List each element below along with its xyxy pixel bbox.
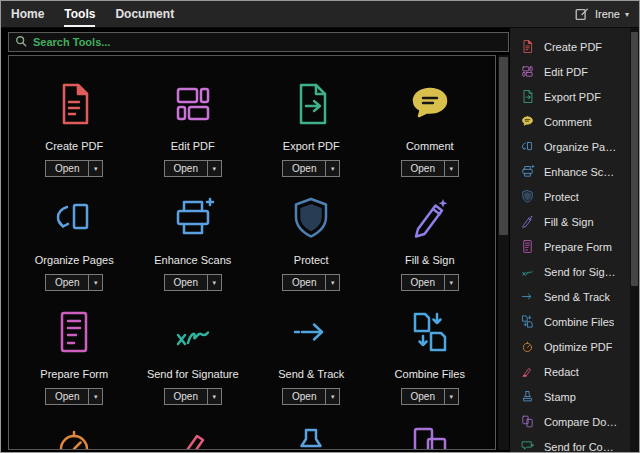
open-button-export-pdf[interactable]: Open ▾ — [282, 160, 340, 177]
open-dropdown-caret[interactable]: ▾ — [88, 161, 102, 176]
open-dropdown-caret[interactable]: ▾ — [88, 275, 102, 290]
optimize-pdf-icon — [50, 422, 98, 450]
open-button-fill-sign[interactable]: Open ▾ — [401, 274, 459, 291]
sidebar-item-compare-docum[interactable]: Compare Docum... — [510, 409, 630, 434]
open-dropdown-caret[interactable]: ▾ — [444, 275, 458, 290]
sidebar-item-fill-sign[interactable]: Fill & Sign — [510, 209, 630, 234]
open-button-enhance-scans[interactable]: Open ▾ — [164, 274, 222, 291]
compare-documents-icon — [520, 414, 535, 429]
combine-files-icon — [520, 314, 535, 329]
tool-tile-label: Export PDF — [283, 140, 340, 152]
open-dropdown-caret[interactable]: ▾ — [88, 389, 102, 404]
open-button-send-for-signature[interactable]: Open ▾ — [164, 388, 222, 405]
sidebar-item-label: Comment — [544, 116, 592, 128]
sidebar-item-enhance-scans[interactable]: Enhance Scans — [510, 159, 630, 184]
tab-document[interactable]: Document — [115, 1, 174, 27]
open-dropdown-caret[interactable]: ▾ — [207, 275, 221, 290]
combine-files-icon — [406, 308, 454, 356]
sidebar-item-label: Edit PDF — [544, 66, 588, 78]
redact-icon — [520, 364, 535, 379]
sidebar-item-prepare-form[interactable]: Prepare Form — [510, 234, 630, 259]
send-track-icon — [520, 289, 535, 304]
tool-tile-send-track: Send & Track Open ▾ — [254, 308, 369, 405]
open-button-label: Open — [165, 389, 207, 404]
sidebar-item-stamp[interactable]: Stamp — [510, 384, 630, 409]
sidebar-item-protect[interactable]: Protect — [510, 184, 630, 209]
open-button-organize-pages[interactable]: Open ▾ — [45, 274, 103, 291]
sidebar-item-label: Enhance Scans — [544, 166, 620, 178]
prepare-form-icon — [520, 239, 535, 254]
open-button-label: Open — [283, 161, 325, 176]
open-dropdown-caret[interactable]: ▾ — [207, 389, 221, 404]
search-input[interactable] — [33, 36, 502, 48]
sidebar-item-label: Create PDF — [544, 41, 602, 53]
sidebar-item-create-pdf[interactable]: Create PDF — [510, 34, 630, 59]
open-button-create-pdf[interactable]: Open ▾ — [45, 160, 103, 177]
open-dropdown-caret[interactable]: ▾ — [444, 389, 458, 404]
open-button-label: Open — [46, 161, 88, 176]
sidebar-item-label: Fill & Sign — [544, 216, 594, 228]
sidebar-item-edit-pdf[interactable]: Edit PDF — [510, 59, 630, 84]
open-button-protect[interactable]: Open ▾ — [282, 274, 340, 291]
export-pdf-icon — [287, 80, 335, 128]
sidebar-list: Create PDF Edit PDF Export PDF Comment O… — [510, 34, 630, 452]
open-dropdown-caret[interactable]: ▾ — [325, 389, 339, 404]
sidebar-item-label: Optimize PDF — [544, 341, 612, 353]
sidebar-item-label: Redact — [544, 366, 579, 378]
open-button-label: Open — [46, 389, 88, 404]
open-button-send-track[interactable]: Open ▾ — [282, 388, 340, 405]
organize-pages-icon — [520, 139, 535, 154]
sidebar-item-export-pdf[interactable]: Export PDF — [510, 84, 630, 109]
sidebar-item-combine-files[interactable]: Combine Files — [510, 309, 630, 334]
sidebar-item-label: Combine Files — [544, 316, 614, 328]
open-button-edit-pdf[interactable]: Open ▾ — [164, 160, 222, 177]
sidebar-item-organize-pages[interactable]: Organize Pages — [510, 134, 630, 159]
sidebar-item-redact[interactable]: Redact — [510, 359, 630, 384]
tool-tile-organize-pages: Organize Pages Open ▾ — [17, 194, 132, 291]
open-button-comment[interactable]: Open ▾ — [401, 160, 459, 177]
export-pdf-icon — [520, 89, 535, 104]
open-dropdown-caret[interactable]: ▾ — [325, 161, 339, 176]
tool-tile-edit-pdf: Edit PDF Open ▾ — [136, 80, 251, 177]
open-dropdown-caret[interactable]: ▾ — [207, 161, 221, 176]
open-dropdown-caret[interactable]: ▾ — [444, 161, 458, 176]
open-button-prepare-form[interactable]: Open ▾ — [45, 388, 103, 405]
sidebar-item-label: Send for Signature — [544, 266, 620, 278]
top-tab-bar: Home Tools Document Irene ▾ — [1, 1, 639, 28]
open-button-label: Open — [165, 275, 207, 290]
protect-icon — [520, 189, 535, 204]
tool-tile-label: Combine Files — [395, 368, 465, 380]
sidebar-item-optimize-pdf[interactable]: Optimize PDF — [510, 334, 630, 359]
user-menu[interactable]: Irene ▾ — [574, 6, 629, 22]
sidebar-item-label: Send & Track — [544, 291, 610, 303]
tool-tile-create-pdf: Create PDF Open ▾ — [17, 80, 132, 177]
sidebar-item-label: Compare Docum... — [544, 416, 620, 428]
protect-icon — [287, 194, 335, 242]
sidebar-item-send-for-signature[interactable]: Send for Signature — [510, 259, 630, 284]
sidebar-item-label: Prepare Form — [544, 241, 612, 253]
sidebar-scrollbar[interactable] — [630, 28, 639, 452]
sidebar-item-label: Export PDF — [544, 91, 601, 103]
tools-scrollbar[interactable] — [498, 55, 509, 450]
open-dropdown-caret[interactable]: ▾ — [325, 275, 339, 290]
tab-tools[interactable]: Tools — [64, 1, 95, 27]
tool-tile-send-for-signature: Send for Signature Open ▾ — [136, 308, 251, 405]
tool-tile-prepare-form: Prepare Form Open ▾ — [17, 308, 132, 405]
tab-home[interactable]: Home — [11, 1, 44, 27]
sidebar-item-comment[interactable]: Comment — [510, 109, 630, 134]
tool-tile-label: Enhance Scans — [154, 254, 231, 266]
sidebar-item-send-track[interactable]: Send & Track — [510, 284, 630, 309]
user-name: Irene — [595, 8, 620, 20]
open-button-label: Open — [283, 275, 325, 290]
organize-pages-icon — [50, 194, 98, 242]
tools-grid: Create PDF Open ▾ Edit PDF Open ▾ Export… — [9, 56, 495, 450]
open-button-combine-files[interactable]: Open ▾ — [401, 388, 459, 405]
sidebar-scrollbar-thumb[interactable] — [631, 32, 638, 286]
enhance-scans-icon — [520, 164, 535, 179]
tool-tile-optimize-pdf: Optimize PDF Open ▾ — [17, 422, 132, 450]
create-pdf-icon — [50, 80, 98, 128]
tools-scrollbar-thumb[interactable] — [499, 57, 508, 235]
sidebar-item-label: Send for Comme... — [544, 441, 620, 453]
sidebar-item-send-for-comme[interactable]: Send for Comme... — [510, 434, 630, 452]
tool-tile-protect: Protect Open ▾ — [254, 194, 369, 291]
